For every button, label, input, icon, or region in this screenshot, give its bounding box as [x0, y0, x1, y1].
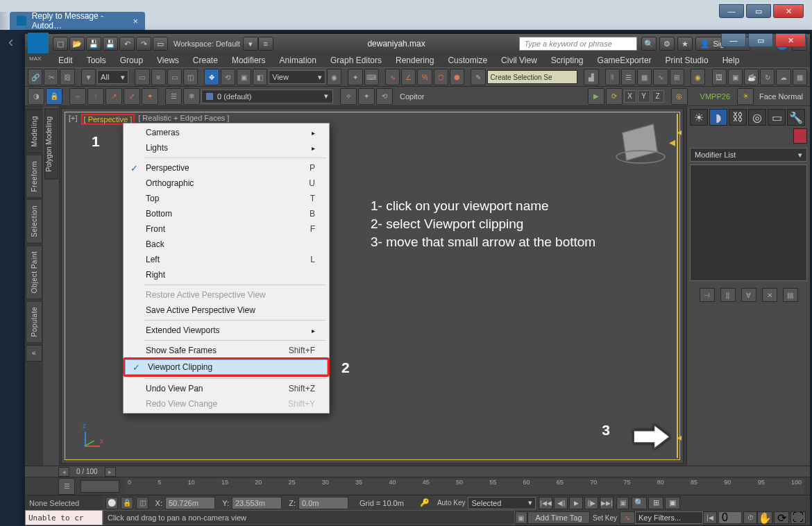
- save-plus-button[interactable]: 💾: [103, 37, 118, 51]
- mirror-button[interactable]: ▟: [584, 69, 598, 85]
- render-setup-button[interactable]: 🖼: [712, 69, 727, 85]
- time-tag-icon[interactable]: ▣: [515, 511, 527, 524]
- os-maximize-button[interactable]: ▭: [746, 4, 771, 18]
- add-time-tag-button[interactable]: Add Time Tag: [527, 511, 590, 524]
- modifier-stack[interactable]: [690, 164, 807, 281]
- align-button[interactable]: ⫴: [605, 69, 620, 85]
- communication-center-icon[interactable]: ⚙: [659, 37, 675, 51]
- key-mode-dropdown[interactable]: Selected▾: [468, 497, 536, 509]
- perspective-viewport[interactable]: [+] [ Perspective ] [ Realistic + Edged …: [65, 112, 680, 460]
- menu-animation[interactable]: Animation: [273, 53, 323, 67]
- browser-back-icon[interactable]: ‹: [8, 33, 13, 51]
- ctx-lights[interactable]: Lights▸: [124, 140, 329, 155]
- tab-populate[interactable]: Populate: [26, 300, 42, 343]
- motion-tab[interactable]: ◎: [748, 109, 766, 126]
- render-gallery-button[interactable]: ▦: [793, 69, 807, 85]
- menu-rendering[interactable]: Rendering: [389, 53, 441, 67]
- remove-modifier-button[interactable]: ✕: [762, 288, 777, 302]
- hierarchy-tab[interactable]: ⛓: [729, 109, 747, 126]
- key-curve-icon[interactable]: ∿: [620, 511, 635, 524]
- ctx-orthographic[interactable]: OrthographicU: [124, 176, 329, 191]
- layer-dropdown[interactable]: 0 (default)▾: [201, 90, 333, 103]
- menu-civil-view[interactable]: Civil View: [494, 53, 544, 67]
- scroll-right[interactable]: ▸: [105, 467, 116, 477]
- os-close-button[interactable]: ✕: [773, 4, 804, 18]
- curve-editor-button[interactable]: ∿: [653, 69, 668, 85]
- clip-marker-bottom[interactable]: ◂: [677, 432, 682, 443]
- toggle-ribbon-button[interactable]: ▦: [637, 69, 652, 85]
- script-icon[interactable]: ⟳: [606, 88, 623, 105]
- trackbar-config-icon[interactable]: ☰: [58, 478, 75, 495]
- menu-group[interactable]: Group: [113, 53, 150, 67]
- new-file-button[interactable]: ▢: [53, 37, 68, 51]
- ctx-top[interactable]: TopT: [124, 191, 329, 206]
- zoom-all-button[interactable]: ⊞: [648, 497, 663, 509]
- ctx-bottom[interactable]: BottomB: [124, 206, 329, 221]
- rendered-frame-button[interactable]: ▣: [728, 69, 743, 85]
- time-slider[interactable]: [81, 480, 119, 493]
- viewport-clip-line[interactable]: [677, 114, 678, 458]
- modify-tab[interactable]: ◗: [709, 109, 727, 126]
- gizmo-button[interactable]: ◎: [671, 88, 688, 105]
- selection-filter-icon[interactable]: ▼: [81, 69, 96, 85]
- sun-icon[interactable]: ☀: [737, 88, 754, 105]
- layers-button[interactable]: ☰: [621, 69, 636, 85]
- time-track[interactable]: 0510152025303540455055606570758085909510…: [125, 479, 804, 494]
- pivot-button[interactable]: ◉: [327, 69, 341, 85]
- utilities-tab[interactable]: 🔧: [787, 109, 805, 126]
- app-menu-button[interactable]: [28, 33, 49, 53]
- menu-graph-editors[interactable]: Graph Editors: [323, 53, 389, 67]
- bind-button[interactable]: ⛓: [60, 69, 74, 85]
- key-mode-toggle[interactable]: ▣: [616, 497, 629, 509]
- extras-button-3[interactable]: ⟲: [376, 88, 393, 105]
- prev-key-button[interactable]: |◀: [703, 511, 717, 524]
- y-input[interactable]: 23.553m: [232, 497, 282, 509]
- select-rotate-button[interactable]: ⟲: [221, 69, 235, 85]
- polygon-modeling-panel[interactable]: Polygon Modeling: [44, 109, 58, 180]
- maxscript-listener[interactable]: Unable to cr: [25, 510, 103, 525]
- zoom-button[interactable]: 🔍: [632, 497, 647, 509]
- favorites-icon[interactable]: ★: [677, 37, 693, 51]
- ctx-save-view[interactable]: Save Active Perspective View: [124, 303, 329, 318]
- browser-tab[interactable]: Reply to Message - Autod… ×: [10, 12, 145, 30]
- ctx-extended-viewports[interactable]: Extended Viewports▸: [124, 323, 329, 338]
- menu-modifiers[interactable]: Modifiers: [225, 53, 273, 67]
- selection-lock-button[interactable]: 🔒: [46, 88, 62, 105]
- select-button[interactable]: ▭: [135, 69, 149, 85]
- play-preview-button[interactable]: ▶: [588, 88, 604, 105]
- tab-object-paint[interactable]: Object Paint: [26, 245, 42, 299]
- scroll-left[interactable]: ◂: [58, 467, 69, 477]
- axis-constraint-y[interactable]: ↕: [87, 88, 104, 105]
- pin-stack-button[interactable]: ⊣: [700, 288, 715, 302]
- time-config-button[interactable]: ⏱: [743, 511, 757, 524]
- set-key-button[interactable]: Set Key: [593, 514, 617, 522]
- orbit-button[interactable]: ⟳: [774, 511, 789, 524]
- tab-selection[interactable]: Selection: [26, 199, 42, 244]
- help-search-input[interactable]: Type a keyword or phrase: [519, 37, 637, 51]
- view-cube[interactable]: ◂: [616, 122, 666, 167]
- x-input[interactable]: 50.726m: [165, 497, 215, 509]
- extras-button-2[interactable]: ✦: [358, 88, 375, 105]
- ref-coord-dropdown[interactable]: View▾: [269, 70, 325, 84]
- render-iterative-button[interactable]: ↻: [760, 69, 775, 85]
- menu-scripting[interactable]: Scripting: [544, 53, 591, 67]
- selection-filter-dropdown[interactable]: All▾: [97, 70, 128, 84]
- menu-create[interactable]: Create: [186, 53, 225, 67]
- select-name-button[interactable]: ≡: [151, 69, 166, 85]
- ctx-right[interactable]: Right: [124, 267, 329, 282]
- goto-start-button[interactable]: |◀◀: [539, 497, 552, 509]
- menu-views[interactable]: Views: [150, 53, 186, 67]
- edit-named-button[interactable]: ✎: [471, 69, 485, 85]
- tab-modeling[interactable]: Modeling: [26, 110, 42, 153]
- app-minimize-button[interactable]: —: [721, 33, 746, 47]
- close-tab-icon[interactable]: ×: [133, 16, 138, 26]
- modifier-list-dropdown[interactable]: Modifier List▾: [690, 148, 807, 162]
- tab-freeform[interactable]: Freeform: [26, 155, 42, 198]
- snap-toggle-button[interactable]: ∿: [385, 69, 400, 85]
- ctx-left[interactable]: LeftL: [124, 252, 329, 267]
- next-frame-button[interactable]: ||▶: [584, 497, 598, 509]
- angle-snap-button[interactable]: ∠: [401, 69, 416, 85]
- redo-button[interactable]: ↷: [136, 37, 151, 51]
- ctx-viewport-clipping[interactable]: ✓Viewport Clipping: [125, 359, 328, 375]
- make-unique-button[interactable]: ∀: [741, 288, 756, 302]
